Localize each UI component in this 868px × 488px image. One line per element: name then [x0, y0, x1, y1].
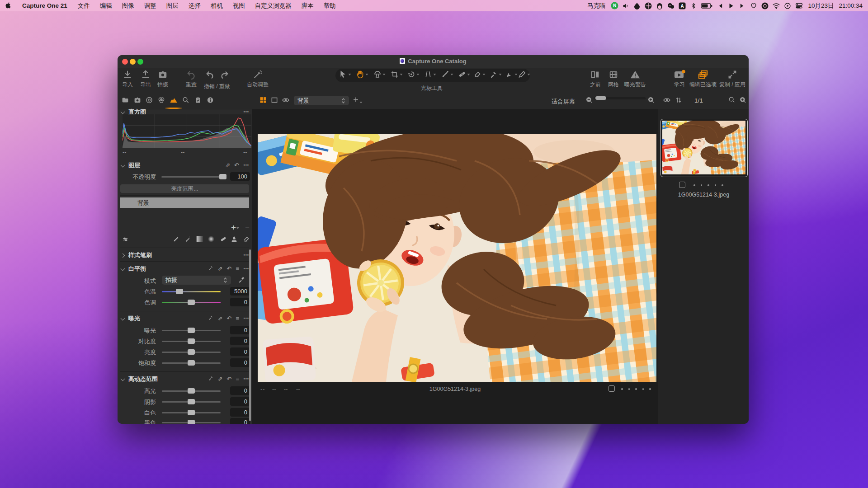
hdr-expand-icon[interactable]: ⇗	[218, 375, 223, 383]
saturation-slider[interactable]	[162, 362, 221, 364]
metadata-tab-icon[interactable]	[207, 96, 214, 106]
shadow-thumb[interactable]	[188, 399, 195, 404]
menubar-app-name[interactable]: Capture One 21	[17, 2, 73, 9]
thumb-rating-dots[interactable]	[693, 184, 723, 186]
add-layer-button[interactable]: +	[231, 223, 239, 233]
wb-expand-icon[interactable]: ⇗	[218, 265, 223, 273]
menu-help[interactable]: 帮助	[319, 2, 341, 10]
black-thumb[interactable]	[188, 420, 195, 424]
exposure-header[interactable]: 曝光 ⇗ ↶ ≡ ⋯	[118, 314, 252, 324]
black-slider[interactable]	[162, 422, 221, 423]
rotate-tool[interactable]	[407, 70, 420, 79]
keystone-tool[interactable]	[424, 70, 436, 79]
menu-camera[interactable]: 相机	[206, 2, 228, 10]
details-tab-icon[interactable]	[182, 96, 190, 106]
zoom-in-icon[interactable]	[647, 96, 655, 105]
style-brush-menu-icon[interactable]: ⋯	[243, 251, 249, 259]
viewer-zoom-thumb[interactable]	[595, 96, 606, 100]
menu-browser[interactable]: 自定义浏览器	[250, 2, 297, 10]
exp-reset-icon[interactable]: ↶	[227, 314, 232, 323]
apply-arrow-tool[interactable]	[505, 70, 518, 79]
layer-settings-icon[interactable]	[122, 236, 129, 244]
viewer-pick-checkbox[interactable]	[609, 385, 615, 392]
apple-menu-icon[interactable]	[0, 1, 17, 10]
thumbnail-card[interactable]	[660, 119, 748, 177]
single-view-icon[interactable]	[271, 96, 278, 106]
add-view-icon[interactable]	[353, 96, 359, 105]
wb-mode-select[interactable]: 拍摄	[162, 276, 231, 285]
draw-mask-tool[interactable]	[441, 70, 453, 79]
layer-gradient-icon[interactable]	[197, 236, 203, 244]
contrast-thumb[interactable]	[188, 338, 195, 344]
menu-select[interactable]: 选择	[184, 2, 206, 10]
layers-expand-icon[interactable]: ⇗	[225, 161, 230, 169]
exp-picker-icon[interactable]	[208, 314, 214, 323]
app-icon-chat[interactable]	[667, 2, 675, 10]
hdr-menu-icon[interactable]: ⋯	[243, 375, 249, 383]
brightness-value[interactable]: 0	[230, 347, 250, 356]
color-tab-icon[interactable]	[157, 96, 165, 106]
reset-button[interactable]: 重置	[186, 70, 197, 89]
pan-tool[interactable]	[356, 70, 368, 79]
white-slider[interactable]	[162, 412, 221, 413]
library-tab-icon[interactable]	[122, 96, 129, 106]
layers-menu-icon[interactable]: ⋯	[243, 161, 249, 169]
annotate-pen-tool[interactable]	[518, 70, 530, 79]
zoom-out-icon[interactable]	[585, 96, 593, 105]
thumbnail-image[interactable]	[662, 121, 745, 174]
wb-tint-thumb[interactable]	[188, 300, 195, 305]
multi-view-icon[interactable]	[259, 96, 267, 106]
exp-menu-icon[interactable]: ⋯	[243, 314, 249, 323]
undo-button[interactable]	[205, 70, 215, 80]
sort-icon[interactable]	[675, 96, 682, 106]
fit-screen-label[interactable]: 适合屏幕	[552, 98, 575, 106]
proof-view-icon[interactable]	[282, 96, 290, 106]
grid-button[interactable]: 网格	[608, 70, 619, 89]
heal-tool[interactable]	[458, 70, 470, 79]
shadow-slider[interactable]	[162, 401, 221, 403]
style-brush-header[interactable]: 样式笔刷 ⋯	[118, 250, 252, 260]
app-icon-a-square[interactable]: A	[678, 2, 686, 10]
auto-adjust-button[interactable]: 自动调整	[247, 70, 269, 89]
select-tool[interactable]	[339, 70, 351, 79]
before-after-button[interactable]: 之前	[590, 70, 601, 89]
hdr-presets-icon[interactable]: ≡	[236, 375, 239, 383]
menubar-clock[interactable]: 21:00:34	[839, 2, 863, 9]
opacity-value[interactable]: 100	[230, 172, 250, 181]
wb-reset-icon[interactable]: ↶	[227, 265, 232, 273]
bluetooth-icon[interactable]	[689, 2, 698, 10]
exposure-warning-button[interactable]: 曝光警告	[624, 70, 646, 89]
brightness-thumb[interactable]	[188, 349, 195, 355]
capture-button[interactable]: 拍摄	[157, 70, 168, 89]
menu-image[interactable]: 图像	[117, 2, 139, 10]
exposure-tab-icon[interactable]	[170, 96, 178, 106]
notes-app-icon[interactable]: N	[610, 2, 618, 10]
browser-filter-eye-icon[interactable]	[663, 96, 671, 106]
exposure-thumb[interactable]	[188, 328, 195, 333]
viewer-zoom-slider[interactable]	[594, 97, 646, 99]
export-button[interactable]: 导出	[140, 70, 151, 89]
menu-layer[interactable]: 图层	[161, 2, 184, 10]
wb-temp-value[interactable]: 5000	[230, 287, 250, 296]
menu-adjust[interactable]: 调整	[139, 2, 161, 10]
shadow-value[interactable]: 0	[230, 397, 250, 406]
app-icon-3[interactable]	[761, 2, 769, 10]
layer-erase-icon[interactable]	[243, 235, 250, 244]
exp-expand-icon[interactable]: ⇗	[218, 314, 223, 323]
media-play-icon[interactable]	[727, 2, 735, 10]
wb-tint-value[interactable]: 0	[230, 298, 250, 306]
thumb-pick-checkbox[interactable]	[679, 182, 685, 188]
contrast-slider[interactable]	[162, 341, 221, 342]
control-center-icon[interactable]	[795, 2, 803, 10]
exposure-slider[interactable]	[162, 330, 221, 331]
import-button[interactable]: 导入	[122, 70, 133, 89]
menu-file[interactable]: 文件	[73, 2, 95, 10]
learn-button[interactable]: 学习	[674, 70, 685, 89]
saturation-value[interactable]: 0	[230, 358, 250, 367]
media-next-icon[interactable]	[738, 2, 746, 10]
viewer-rating-dots[interactable]	[621, 388, 651, 390]
menu-view[interactable]: 视图	[228, 2, 250, 10]
layer-clone-icon[interactable]	[231, 235, 238, 244]
edit-selected-button[interactable]: 编辑已选项	[689, 70, 717, 89]
layers-header[interactable]: 图层 ⇗ ↶ ⋯	[118, 160, 252, 170]
